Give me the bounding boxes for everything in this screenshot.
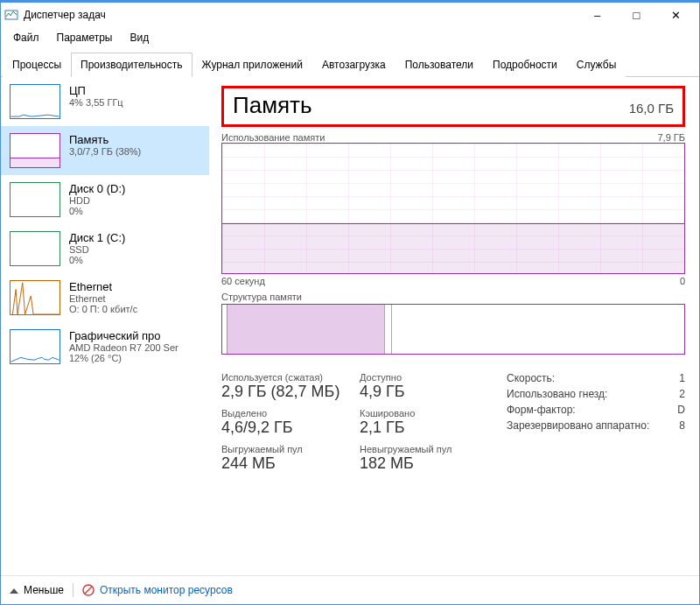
minimize-button[interactable]: – xyxy=(578,3,617,27)
footer-divider xyxy=(73,583,74,597)
task-manager-window: Диспетчер задач – □ ✕ Файл Параметры Вид… xyxy=(0,0,700,605)
tab-app-history[interactable]: Журнал приложений xyxy=(192,53,312,77)
open-resource-monitor-label: Открыть монитор ресурсов xyxy=(100,584,233,596)
svg-line-2 xyxy=(85,587,92,594)
gpu-thumb-icon xyxy=(10,329,60,364)
sidebar-cpu-sub: 4% 3,55 ГГц xyxy=(69,97,123,108)
sidebar-gpu-title: Графический про xyxy=(69,329,178,342)
sidebar-item-gpu[interactable]: Графический про AMD Radeon R7 200 Ser 12… xyxy=(1,322,209,371)
sidebar: ЦП 4% 3,55 ГГц Память 3,0/7,9 ГБ (38%) Д… xyxy=(1,77,209,567)
sidebar-item-cpu[interactable]: ЦП 4% 3,55 ГГц xyxy=(1,77,209,126)
stat-paged-label: Выгружаемый пул xyxy=(221,444,353,454)
sidebar-item-disk1[interactable]: Диск 1 (C:) SSD 0% xyxy=(1,224,209,273)
info-slots-value: 2 xyxy=(679,388,685,400)
page-title: Память xyxy=(233,92,312,119)
disk0-thumb-icon xyxy=(10,182,60,217)
stat-committed-value: 4,6/9,2 ГБ xyxy=(221,419,353,437)
total-memory: 16,0 ГБ xyxy=(629,101,674,116)
stat-in-use-label: Используется (сжатая) xyxy=(221,372,353,383)
sidebar-disk0-sub1: HDD xyxy=(69,195,125,206)
tab-users[interactable]: Пользователи xyxy=(396,53,483,77)
stat-cached-label: Кэшировано xyxy=(360,408,491,419)
sidebar-disk1-title: Диск 1 (C:) xyxy=(69,231,125,244)
sidebar-cpu-title: ЦП xyxy=(69,84,123,97)
window-title: Диспетчер задач xyxy=(24,9,578,21)
memory-usage-fill xyxy=(222,223,684,273)
sidebar-disk1-sub2: 0% xyxy=(69,255,125,265)
app-icon xyxy=(4,8,18,22)
memory-usage-chart xyxy=(221,143,685,274)
disk1-thumb-icon xyxy=(10,231,60,266)
titlebar[interactable]: Диспетчер задач – □ ✕ xyxy=(1,3,699,27)
info-reserved-value: 8 xyxy=(679,419,685,432)
content: ЦП 4% 3,55 ГГц Память 3,0/7,9 ГБ (38%) Д… xyxy=(1,77,699,567)
maximize-button[interactable]: □ xyxy=(617,3,656,27)
info-slots-label: Использовано гнезд: xyxy=(507,388,607,400)
info-speed-label: Скорость: xyxy=(507,372,555,384)
stat-paged-value: 244 МБ xyxy=(221,454,353,473)
stats-left: Используется (сжатая) 2,9 ГБ (82,7 МБ) Д… xyxy=(221,372,491,473)
struct-seg-free xyxy=(391,305,684,354)
sidebar-memory-sub: 3,0/7,9 ГБ (38%) xyxy=(69,146,141,157)
info-speed-value: 1 xyxy=(679,372,685,384)
main-panel: Память 16,0 ГБ Использование памяти 7,9 … xyxy=(209,77,699,567)
sidebar-item-memory[interactable]: Память 3,0/7,9 ГБ (38%) xyxy=(1,126,209,175)
info-form-value: D xyxy=(677,404,685,416)
sidebar-eth-sub1: Ethernet xyxy=(69,293,137,304)
sidebar-disk0-title: Диск 0 (D:) xyxy=(69,182,125,195)
chart-x-left: 60 секунд xyxy=(221,276,265,286)
sidebar-item-disk0[interactable]: Диск 0 (D:) HDD 0% xyxy=(1,175,209,224)
tab-details[interactable]: Подробности xyxy=(483,53,567,77)
stat-in-use: Используется (сжатая) 2,9 ГБ (82,7 МБ) xyxy=(221,372,353,401)
sidebar-item-ethernet[interactable]: Ethernet Ethernet О: 0 П: 0 кбит/с xyxy=(1,273,209,322)
stat-nonpaged-label: Невыгружаемый пул xyxy=(360,444,491,454)
info-reserved-label: Зарезервировано аппаратно: xyxy=(507,419,649,432)
info-speed: Скорость: 1 xyxy=(507,372,685,384)
stats-right: Скорость: 1 Использовано гнезд: 2 Форм-ф… xyxy=(507,372,685,473)
sidebar-gpu-sub1: AMD Radeon R7 200 Ser xyxy=(69,342,178,353)
tab-services[interactable]: Службы xyxy=(567,53,626,77)
tabs: Процессы Производительность Журнал прило… xyxy=(1,52,699,77)
tab-performance[interactable]: Производительность xyxy=(71,53,192,77)
sidebar-eth-sub2: О: 0 П: 0 кбит/с xyxy=(69,304,137,314)
open-resource-monitor-link[interactable]: Открыть монитор ресурсов xyxy=(82,584,233,596)
chart-header-row: Использование памяти 7,9 ГБ xyxy=(221,132,685,143)
stat-available: Доступно 4,9 ГБ xyxy=(360,372,491,401)
close-button[interactable]: ✕ xyxy=(656,3,696,27)
stat-nonpaged: Невыгружаемый пул 182 МБ xyxy=(360,444,491,473)
tab-processes[interactable]: Процессы xyxy=(3,53,71,77)
menubar: Файл Параметры Вид xyxy=(1,27,699,48)
resource-monitor-icon xyxy=(82,584,94,596)
menu-view[interactable]: Вид xyxy=(121,29,158,46)
chart-title: Использование памяти xyxy=(221,132,325,143)
stat-committed-label: Выделено xyxy=(221,408,353,419)
stats: Используется (сжатая) 2,9 ГБ (82,7 МБ) Д… xyxy=(221,372,685,473)
chart-max-value: 7,9 ГБ xyxy=(657,132,685,143)
window-controls: – □ ✕ xyxy=(578,3,696,27)
info-slots: Использовано гнезд: 2 xyxy=(507,388,685,400)
stat-nonpaged-value: 182 МБ xyxy=(360,454,491,473)
tab-startup[interactable]: Автозагрузка xyxy=(312,53,396,77)
info-form: Форм-фактор: D xyxy=(507,404,685,416)
menu-options[interactable]: Параметры xyxy=(48,29,122,46)
chart-x-right: 0 xyxy=(680,276,685,286)
memory-thumb-icon xyxy=(10,133,60,168)
fewer-details-label: Меньше xyxy=(24,584,64,596)
stat-committed: Выделено 4,6/9,2 ГБ xyxy=(221,408,353,437)
sidebar-disk0-sub2: 0% xyxy=(69,206,125,216)
chart-axis-row: 60 секунд 0 xyxy=(221,276,685,286)
menu-file[interactable]: Файл xyxy=(4,29,48,46)
stat-cached-value: 2,1 ГБ xyxy=(360,419,491,437)
stat-paged: Выгружаемый пул 244 МБ xyxy=(221,444,353,473)
ethernet-thumb-icon xyxy=(10,280,60,315)
cpu-thumb-icon xyxy=(10,84,60,119)
sidebar-gpu-sub2: 12% (26 °C) xyxy=(69,353,178,363)
info-reserved: Зарезервировано аппаратно: 8 xyxy=(507,419,685,432)
footer: Меньше Открыть монитор ресурсов xyxy=(1,575,699,604)
memory-composition-chart xyxy=(221,304,685,355)
fewer-details-button[interactable]: Меньше xyxy=(10,584,64,596)
stat-cached: Кэшировано 2,1 ГБ xyxy=(360,408,491,437)
stat-available-label: Доступно xyxy=(360,372,491,383)
sidebar-eth-title: Ethernet xyxy=(69,280,137,293)
chevron-up-icon xyxy=(10,584,20,596)
